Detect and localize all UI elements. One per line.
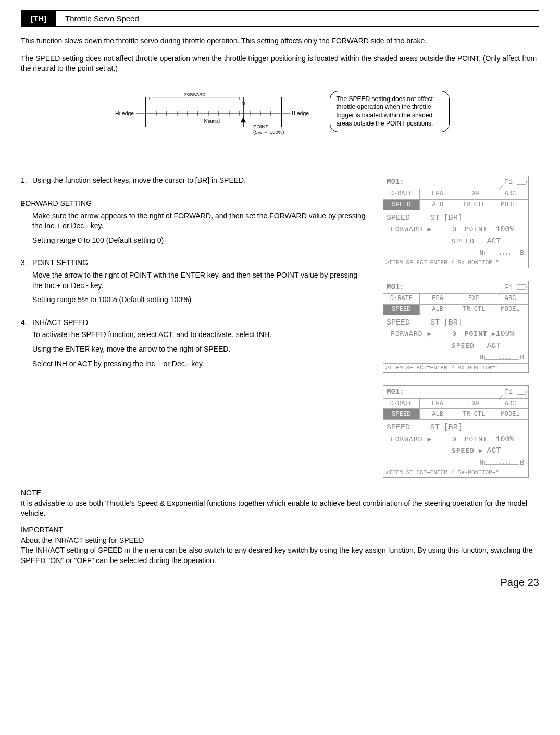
diagram-point-label: POINT [253,123,268,129]
lcd-tab-model: MODEL [492,305,528,315]
lcd-tab-epa: EPA [420,294,456,304]
lcd-speed-value: ACT [487,446,501,455]
lcd-n-mark: N [479,353,483,363]
lcd-column: M01: F1 D·RATE EPA EXP ARC SPEED ALB TR·… [383,176,539,478]
lcd-tab-speed: SPEED [383,200,420,210]
diagram-neutral-label: Neutral [204,118,220,124]
step-number: 4. [21,318,32,373]
page-number: Page 23 [21,575,539,590]
intro-p1: This function slows down the throttle se… [21,36,539,46]
diagram-hi-edge: Hi edge [115,110,134,116]
lcd-forward-label: FORWARD ▶ [391,225,432,233]
throttle-diagram: FORWARD N Neutral POINT (5% ↔ 100%) Hi e… [111,86,319,157]
steps-column: 1. Using the function select keys, move … [21,176,368,478]
nb-ticks-icon [484,356,519,360]
lcd-tab-arc: ARC [492,189,528,199]
lcd-model-label: M01: [385,282,503,293]
lcd-n-mark: N [479,458,483,468]
lcd-b-mark: B [520,353,524,363]
lcd-f1-label: F1 [503,388,515,397]
lcd-tab-speed: SPEED [383,305,420,315]
cursor-right-icon: ▶ [479,446,483,456]
step-text: Using the function select keys, move the… [32,176,368,186]
lcd-point-label: POINT [465,435,488,443]
lcd-footer: >ITEM SELECT=ENTER / SX-MONITOR=* [383,363,528,372]
lcd-tab-drate: D·RATE [383,294,420,304]
lcd-f1-label: F1 [503,178,515,187]
note-title: NOTE [21,488,539,499]
important-body: The INH/ACT setting of SPEED in the menu… [21,545,539,566]
lcd-tab-alb: ALB [420,200,456,210]
lcd-speed-value: ACT [487,237,501,246]
diagram-point-range: (5% ↔ 100%) [253,129,284,135]
lcd-tab-trctl: TR·CTL [456,305,493,315]
lcd-speed-label: SPEED [387,423,410,432]
lcd-tab-model: MODEL [492,409,528,419]
nb-ticks-icon [484,461,519,465]
lcd-st-label: ST [430,423,440,432]
lcd-f1-label: F1 [503,283,515,292]
lcd-model-label: M01: [385,387,503,397]
battery-icon [517,284,526,290]
lcd-tab-arc: ARC [492,294,528,304]
lcd-forward-label: FORWARD ▶ [391,330,432,338]
throttle-diagram-svg: FORWARD N Neutral POINT (5% ↔ 100%) Hi e… [111,86,319,154]
lcd-tab-epa: EPA [420,189,456,199]
lcd-n-mark: N [479,248,483,258]
lcd-forward-value: 0 [452,226,456,233]
step-text: Move the arrow to the right of POINT wit… [32,270,368,291]
step-title: INH/ACT SPEED [32,318,368,328]
step-range: Setting range 5% to 100% (Default settin… [32,295,368,305]
lcd-tab-drate: D·RATE [383,189,420,199]
section-tag: [TH] [21,11,56,26]
lcd-br-label: [BR] [444,423,463,432]
nb-ticks-icon [484,252,519,255]
lcd-br-label: [BR] [444,214,463,222]
lcd-st-label: ST [430,318,440,327]
step-title: FORWARD SETTING [21,198,368,209]
lcd-tab-trctl: TR·CTL [456,200,493,210]
lcd-tab-exp: EXP [456,189,493,199]
step-extra: Select INH or ACT by pressing the Inc.+ … [32,359,368,369]
lcd-b-mark: B [520,248,524,258]
battery-icon [517,390,526,395]
lcd-forward-label: FORWARD ▶ [391,435,432,443]
diagram-row: FORWARD N Neutral POINT (5% ↔ 100%) Hi e… [21,86,539,157]
step-range: Setting range 0 to 100 (Default setting … [32,235,368,246]
diagram-n-label: N [241,101,245,106]
lcd-br-label: [BR] [444,318,463,327]
speed-note-box: The SPEED setting does not affect thrott… [330,91,450,132]
battery-icon [517,180,526,185]
lcd-speed-label: SPEED [387,214,410,222]
lcd-point-value: 100% [495,225,514,234]
lcd-forward-value: 0 [452,330,456,338]
lcd-model-label: M01: [385,177,503,188]
lcd-b-mark: B [520,458,524,468]
lcd-speed-row-label: SPEED [452,237,475,245]
diagram-forward-label: FORWARD [184,92,205,97]
lcd-point-label: POINT [465,330,488,338]
section-header: [TH] Throttle Servo Speed [21,10,539,27]
step-number: 3. [21,258,32,309]
lcd-tab-exp: EXP [456,294,493,304]
lcd-point-value: 100% [495,435,514,444]
step-title: POINT SETTING [32,258,368,268]
step-text: Make sure the arrow appears to the right… [32,211,368,231]
lcd-tab-alb: ALB [420,305,456,315]
lcd-point-label: POINT [465,225,488,233]
note-body: It is advisable to use both Throttle's S… [21,499,539,519]
lcd-tab-exp: EXP [456,399,493,409]
lcd-tab-trctl: TR·CTL [456,409,493,419]
important-title: IMPORTANT [21,525,539,535]
lcd-forward-value: 0 [452,435,456,443]
lcd-screen-3: M01: F1 D·RATE EPA EXP ARC SPEED ALB TR·… [383,385,529,478]
step-text: To activate the SPEED function, select A… [32,330,368,340]
lcd-screen-1: M01: F1 D·RATE EPA EXP ARC SPEED ALB TR·… [383,176,529,268]
lcd-speed-row-label: SPEED [452,446,475,454]
lcd-tab-epa: EPA [420,399,456,409]
lcd-footer: >ITEM SELECT=ENTER / SX-MONITOR=* [383,468,528,477]
lcd-screen-2: M01: F1 D·RATE EPA EXP ARC SPEED ALB TR·… [383,281,529,373]
diagram-b-edge: B edge [291,110,308,116]
important-subtitle: About the INH/ACT setting for SPEED [21,535,539,546]
section-title: Throttle Servo Speed [56,11,148,26]
